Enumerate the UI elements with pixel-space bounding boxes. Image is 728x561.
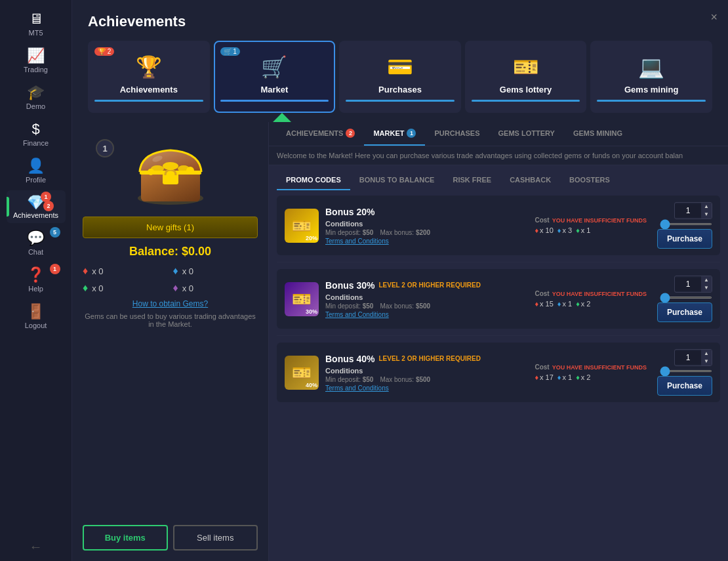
top-panel: Achievements × 🏆 2 🏆 Achievements 🛒 1 🛒 … <box>72 0 728 122</box>
bonus20-name: Bonus 20% <box>325 207 528 217</box>
achievements-nav-badge: 2 <box>346 129 355 138</box>
sub-tab-cashback[interactable]: CASHBACK <box>500 171 560 190</box>
svg-point-8 <box>148 169 154 175</box>
bonus20-qty-down[interactable]: ▼ <box>701 211 712 218</box>
purchases-card-icon: 💳 <box>387 54 413 79</box>
tab-card-purchases[interactable]: 💳 Purchases <box>339 41 461 113</box>
bonus20-purchase-button[interactable]: Purchase <box>657 229 712 249</box>
chest-svg <box>128 136 213 208</box>
sidebar-label-help: Help <box>28 285 43 293</box>
sidebar-item-chat[interactable]: 💬 5 Chat <box>7 226 66 260</box>
nav-tab-gems-mining[interactable]: GEMS MINING <box>564 122 632 146</box>
purple-gem-count: x 0 <box>182 283 193 293</box>
gem-item-blue: ♦ x 0 <box>173 265 258 277</box>
gems-lottery-underline <box>472 100 580 102</box>
back-arrow[interactable]: ← <box>30 539 43 554</box>
market-card-label: Market <box>260 85 288 94</box>
arrow-indicator-container <box>88 113 712 122</box>
sub-tab-boosters[interactable]: BOOSTERS <box>560 171 619 190</box>
bonus40-terms-link[interactable]: Terms and Conditions <box>325 384 528 392</box>
nav-tab-purchases[interactable]: PURCHASES <box>425 122 489 146</box>
nav-tab-gems-lottery[interactable]: GEMS LOTTERY <box>489 122 564 146</box>
sidebar-item-help[interactable]: ❓ 1 Help <box>7 262 66 297</box>
bonus40-info: Bonus 40% LEVEL 2 OR HIGHER REQUIRED Con… <box>325 354 528 392</box>
buy-items-button[interactable]: Buy items <box>83 525 168 551</box>
bonus40-qty-down[interactable]: ▼ <box>701 358 712 365</box>
how-to-obtain-link[interactable]: How to obtain Gems? <box>132 299 208 308</box>
bonus40-conditions-detail: Min deposit: $50 Max bonus: $500 <box>325 376 528 383</box>
bonus20-qty-up[interactable]: ▲ <box>701 203 712 211</box>
bonus20-info: Bonus 20% Conditions Min deposit: $50 Ma… <box>325 207 528 245</box>
bonus30-insufficient: YOU HAVE INSUFFICIENT FUNDS <box>552 291 647 297</box>
sidebar-label-profile: Profile <box>26 176 46 184</box>
sub-tab-risk[interactable]: RISK FREE <box>443 171 500 190</box>
rank-badge: 1 <box>96 139 114 157</box>
bonus40-insufficient: YOU HAVE INSUFFICIENT FUNDS <box>552 364 647 371</box>
sidebar-item-trading[interactable]: 📈 Trading <box>7 43 66 77</box>
bonus20-qty-slider[interactable] <box>660 223 712 225</box>
gems-lottery-icon: 🎫 <box>513 54 539 79</box>
bonus40-name: Bonus 40% <box>325 354 374 364</box>
tab-card-achievements[interactable]: 🏆 2 🏆 Achievements <box>88 41 210 113</box>
sidebar-item-profile[interactable]: 👤 Profile <box>7 154 66 188</box>
sidebar-label-chat: Chat <box>28 248 43 256</box>
tab-card-gems-lottery[interactable]: 🎫 Gems lottery <box>465 41 587 113</box>
bonus40-qty-up[interactable]: ▲ <box>701 350 712 358</box>
active-indicator <box>7 197 9 217</box>
bonus30-qty-slider[interactable] <box>660 297 712 299</box>
bonus40-purchase-section: ▲ ▼ Purchase <box>653 349 712 396</box>
bonus30-terms-link[interactable]: Terms and Conditions <box>325 311 528 318</box>
purchases-card-label: Purchases <box>378 85 422 94</box>
sidebar-label-logout: Logout <box>25 322 47 329</box>
bonus20-qty-input[interactable] <box>675 204 701 217</box>
bonus30-level: LEVEL 2 OR HIGHER REQUIRED <box>378 281 480 289</box>
bonus30-purchase-button[interactable]: Purchase <box>657 302 712 322</box>
nav-tab-achievements[interactable]: ACHIEVEMENTS 2 <box>277 122 364 146</box>
gem-item-purple: ♦ x 0 <box>173 282 258 294</box>
bonus20-conditions-label: Conditions <box>325 220 528 228</box>
tab-card-gems-mining[interactable]: 💻 Gems mining <box>590 41 712 113</box>
sub-tabs: PROMO CODES BONUS TO BALANCE RISK FREE C… <box>269 165 728 190</box>
sidebar-item-demo[interactable]: 🎓 Demo <box>7 80 66 114</box>
sidebar-item-achievements[interactable]: 💎 1 2 Achievements <box>7 190 66 223</box>
bonus30-purchase-section: ▲ ▼ Purchase <box>653 276 712 322</box>
welcome-text: Welcome to the Market! Here you can purc… <box>269 146 728 165</box>
svg-point-9 <box>186 167 194 175</box>
blue-gem-count: x 0 <box>182 266 193 276</box>
sidebar-item-logout[interactable]: 🚪 Logout <box>7 299 66 333</box>
sub-tab-promo[interactable]: PROMO CODES <box>277 171 350 190</box>
red-gem-count: x 0 <box>92 266 103 276</box>
nav-tab-market[interactable]: MARKET 1 <box>364 122 425 146</box>
bonus40-level: LEVEL 2 OR HIGHER REQUIRED <box>378 355 480 362</box>
market-nav-badge: 1 <box>407 129 416 138</box>
sidebar-item-mt5[interactable]: 🖥 MT5 <box>7 7 66 41</box>
bonus30-qty-input[interactable] <box>675 278 701 291</box>
blue-gem-icon: ♦ <box>173 265 178 277</box>
tab-card-market[interactable]: 🛒 1 🛒 Market <box>214 41 336 113</box>
bonus30-qty-box: ▲ ▼ <box>674 276 712 293</box>
new-gifts-button[interactable]: New gifts (1) <box>83 217 258 238</box>
sidebar-label-demo: Demo <box>26 102 45 110</box>
profile-icon: 👤 <box>27 157 45 175</box>
bonus40-qty-input[interactable] <box>675 351 701 364</box>
gem-item-red: ♦ x 0 <box>83 265 168 277</box>
bonus30-qty-up[interactable]: ▲ <box>701 276 712 284</box>
bonus40-purchase-button[interactable]: Purchase <box>657 376 712 396</box>
sell-items-button[interactable]: Sell items <box>173 525 258 551</box>
gems-mining-underline <box>597 100 706 102</box>
bonus20-terms-link[interactable]: Terms and Conditions <box>325 238 528 245</box>
bonus30-qty-down[interactable]: ▼ <box>701 284 712 292</box>
market-card-icon: 🛒 <box>261 54 287 79</box>
sidebar-item-finance[interactable]: $ Finance <box>7 117 66 151</box>
close-button[interactable]: × <box>710 10 718 24</box>
bonus40-qty-slider[interactable] <box>660 370 712 372</box>
gems-mining-icon: 💻 <box>638 54 664 79</box>
sidebar: 🖥 MT5 📈 Trading 🎓 Demo $ Finance 👤 Profi… <box>0 0 72 561</box>
chat-icon: 💬 <box>27 230 45 247</box>
sub-tab-bonus[interactable]: BONUS TO BALANCE <box>350 171 444 190</box>
gems-mining-label: Gems mining <box>624 85 678 94</box>
bonus30-name: Bonus 30% <box>325 280 374 291</box>
market-item-bonus40: 🎫 40% Bonus 40% LEVEL 2 OR HIGHER REQUIR… <box>277 343 720 402</box>
bonus20-qty-box: ▲ ▼ <box>674 202 712 219</box>
gems-description: Gems can be used to buy various trading … <box>83 312 258 328</box>
